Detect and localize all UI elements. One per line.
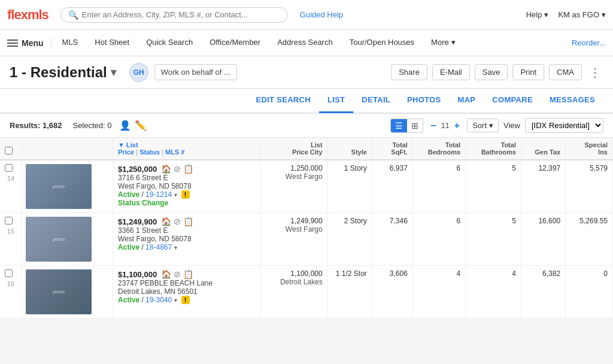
tab-messages[interactable]: MESSAGES — [541, 88, 603, 113]
count-increase-button[interactable]: + — [452, 120, 462, 131]
listing-action-3[interactable]: 📋 — [183, 217, 193, 226]
col-image — [22, 138, 113, 160]
listing-mls[interactable]: 19-3040 — [145, 296, 172, 304]
title-bar: 1 - Residential ▾ GH Work on behalf of .… — [0, 56, 613, 89]
listing-price[interactable]: $1,249,900 — [118, 217, 157, 226]
help-button[interactable]: Help ▾ — [526, 10, 549, 19]
mls-dropdown-icon[interactable]: ▾ — [174, 244, 177, 251]
guided-help-link[interactable]: Guided Help — [300, 10, 343, 19]
row-checkbox-cell: 14 — [0, 160, 22, 213]
search-input[interactable] — [82, 10, 280, 19]
nav-item-officemember[interactable]: Office/Member — [201, 30, 269, 56]
row-number: 16 — [5, 279, 17, 287]
count-decrease-button[interactable]: − — [428, 120, 438, 131]
reorder-button[interactable]: Reorder... — [572, 38, 606, 47]
row-number: 15 — [5, 226, 17, 235]
row-special-ins: 5,579 — [566, 160, 613, 213]
email-button[interactable]: E-Mail — [432, 64, 470, 80]
work-on-behalf-button[interactable]: Work on behalf of ... — [154, 64, 237, 80]
row-style: 1 Story — [327, 160, 372, 213]
view-toggle-grid[interactable]: ⊞ — [407, 119, 423, 132]
row-list-price: 1,249,900West Fargo — [261, 213, 327, 266]
tab-photos[interactable]: PHOTOS — [399, 88, 449, 113]
hamburger-menu[interactable]: Menu — [7, 38, 51, 48]
listing-address2: West Fargo, ND 58078 — [118, 235, 256, 243]
logo[interactable]: flexmls — [7, 7, 48, 23]
mls-dropdown-icon[interactable]: ▾ — [174, 297, 177, 304]
col-price-status-mls[interactable]: ▼ ListPrice | Status | MLS # — [113, 138, 261, 160]
row-checkbox[interactable] — [5, 269, 13, 277]
view-toggle-list[interactable]: ☰ — [391, 119, 407, 132]
listing-mls[interactable]: 18-4867 — [145, 243, 172, 251]
col-total-sqft: TotalSqFt. — [372, 138, 412, 160]
title-actions: Share E-Mail Save Print CMA ⋮ — [391, 64, 603, 80]
row-special-ins: 0 — [566, 266, 613, 318]
sort-icon: ▾ — [489, 121, 493, 130]
results-bar: Results: 1,682 Selected: 0 👤 ✏️ ☰ ⊞ − 11… — [0, 114, 613, 138]
row-checkbox[interactable] — [5, 164, 13, 172]
nav-menu: Menu MLS Hot Sheet Quick Search Office/M… — [0, 30, 613, 56]
col-total-bathrooms: TotalBathrooms — [466, 138, 521, 160]
tab-detail[interactable]: DETAIL — [353, 88, 399, 113]
title-dropdown-icon[interactable]: ▾ — [111, 66, 116, 79]
listing-status: Active — [118, 296, 139, 304]
listing-image[interactable]: photo — [26, 269, 92, 314]
listing-action-3[interactable]: 📋 — [183, 269, 193, 279]
row-image-cell: photo — [22, 266, 113, 318]
nav-item-touropen[interactable]: Tour/Open Houses — [341, 30, 423, 56]
row-gen-tax: 16,600 — [521, 213, 565, 266]
listing-image[interactable]: photo — [26, 164, 92, 209]
tab-compare[interactable]: COMPARE — [484, 88, 541, 113]
tab-map[interactable]: MAP — [450, 88, 484, 113]
row-image-cell: photo — [22, 160, 113, 213]
user-menu-button[interactable]: KM as FGO ▾ — [558, 10, 606, 19]
gh-badge[interactable]: GH — [129, 63, 148, 82]
results-label: Results: 1,682 — [10, 121, 62, 130]
listing-price[interactable]: $1,250,000 — [118, 165, 157, 174]
edit-icon[interactable]: ✏️ — [135, 120, 147, 131]
nav-item-mls[interactable]: MLS — [54, 30, 87, 56]
nav-item-addresssearch[interactable]: Address Search — [269, 30, 341, 56]
listings-table: ▼ ListPrice | Status | MLS # ListPrice C… — [0, 138, 613, 318]
listing-action-1[interactable]: 🏠 — [161, 269, 171, 279]
col-gen-tax: Gen Tax — [521, 138, 565, 160]
tab-edit-search[interactable]: EDIT SEARCH — [247, 88, 318, 113]
add-contact-icon[interactable]: 👤 — [119, 120, 131, 131]
nav-item-hotsheet[interactable]: Hot Sheet — [86, 30, 138, 56]
listing-image[interactable]: photo — [26, 217, 92, 262]
listing-mls[interactable]: 19-1214 — [145, 190, 172, 199]
row-bathrooms: 5 — [466, 160, 521, 213]
nav-item-more[interactable]: More ▾ — [423, 30, 464, 56]
listing-action-1[interactable]: 🏠 — [161, 164, 171, 174]
sort-label: Sort — [472, 121, 487, 130]
listing-action-2[interactable]: ⊘ — [174, 269, 181, 279]
row-sqft: 6,937 — [372, 160, 412, 213]
mls-dropdown-icon[interactable]: ▾ — [174, 192, 177, 198]
count-control: − 11 + — [428, 120, 462, 131]
select-all-checkbox[interactable] — [5, 147, 13, 154]
tab-list[interactable]: LIST — [319, 88, 353, 113]
print-button[interactable]: Print — [512, 64, 544, 80]
share-button[interactable]: Share — [391, 64, 427, 80]
listing-action-3[interactable]: 📋 — [183, 164, 193, 174]
row-checkbox[interactable] — [5, 217, 13, 225]
row-checkbox-cell: 16 — [0, 266, 22, 318]
more-options-button[interactable]: ⋮ — [587, 65, 603, 80]
nav-item-quicksearch[interactable]: Quick Search — [138, 30, 201, 56]
listing-price[interactable]: $1,100,000 — [118, 270, 157, 279]
table-row: 14 photo $1,250,000 🏠 ⊘ 📋 3716 6 Street … — [0, 160, 613, 213]
view-select[interactable]: [IDX Residential] — [525, 118, 603, 133]
cma-button[interactable]: CMA — [549, 64, 582, 80]
listing-action-2[interactable]: ⊘ — [174, 164, 181, 174]
listing-badge: ! — [181, 190, 190, 199]
listing-action-1[interactable]: 🏠 — [161, 217, 171, 226]
listing-status: Active — [118, 243, 139, 251]
row-special-ins: 5,269.55 — [566, 213, 613, 266]
listing-badge: ! — [181, 296, 190, 304]
listing-action-2[interactable]: ⊘ — [174, 217, 181, 226]
row-bedrooms: 6 — [412, 160, 465, 213]
row-style: 2 Story — [327, 213, 372, 266]
listing-status: Active — [118, 190, 139, 199]
save-button[interactable]: Save — [475, 64, 508, 80]
sort-button[interactable]: Sort ▾ — [467, 119, 499, 132]
